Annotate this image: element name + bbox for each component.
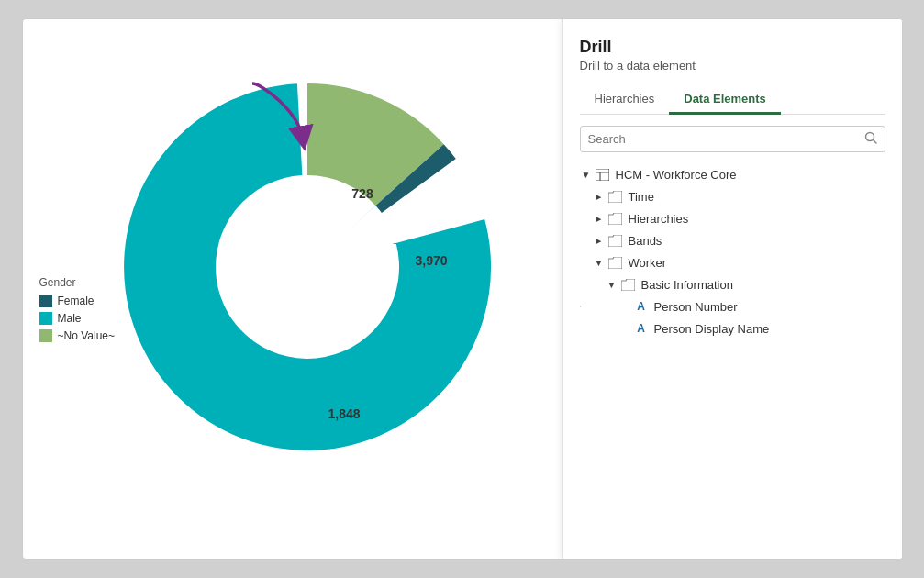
- label-728: 728: [351, 186, 373, 201]
- arrow-to-person-svg: [580, 297, 582, 316]
- tree-item-bands[interactable]: ► Bands: [580, 229, 885, 251]
- donut-svg: 728 3,970 1,848: [96, 56, 518, 478]
- tree-item-hierarchies[interactable]: ► Hierarchies: [580, 207, 885, 229]
- tree-item-worker[interactable]: ▼ Worker: [580, 251, 885, 273]
- legend-label-female: Female: [58, 295, 95, 307]
- tree-item-person-display[interactable]: ► A Person Display Name: [580, 317, 885, 339]
- tree-container: ▼ HCM - Workforce Core ► Time ►: [580, 163, 885, 475]
- drill-panel: Drill Drill to a data element Hierarchie…: [562, 19, 902, 560]
- label-3970: 3,970: [415, 253, 447, 268]
- text-icon-person-number: A: [633, 299, 650, 314]
- legend-swatch-novalue: [39, 329, 52, 342]
- arrow-right-time: ►: [593, 190, 606, 203]
- folder-icon-worker: [607, 255, 624, 270]
- arrow-down-basic-info: ▼: [606, 278, 618, 291]
- legend-swatch-male: [39, 312, 52, 325]
- search-input[interactable]: [588, 132, 864, 146]
- svg-rect-2: [596, 169, 609, 181]
- tree-label-hcm: HCM - Workforce Core: [616, 168, 737, 182]
- svg-line-1: [873, 140, 876, 144]
- donut-chart[interactable]: 728 3,970 1,848: [96, 56, 555, 515]
- tree-item-time[interactable]: ► Time: [580, 185, 885, 207]
- arrow-right-hierarchies: ►: [593, 212, 606, 225]
- folder-icon-bands: [607, 233, 624, 248]
- folder-icon-hierarchies: [607, 211, 624, 226]
- drill-subtitle: Drill to a data element: [580, 59, 885, 72]
- tree-item-person-number[interactable]: ► A Person Number: [580, 295, 885, 317]
- tab-hierarchies[interactable]: Hierarchies: [580, 85, 670, 115]
- search-icon: [864, 131, 877, 147]
- drill-tabs: Hierarchies Data Elements: [580, 85, 885, 115]
- text-icon-person-display: A: [633, 321, 650, 336]
- tree-label-person-display: Person Display Name: [654, 322, 770, 336]
- tab-data-elements[interactable]: Data Elements: [669, 85, 781, 115]
- search-box[interactable]: [580, 126, 885, 152]
- tree-label-hierarchies: Hierarchies: [629, 212, 689, 226]
- folder-icon-time: [607, 189, 624, 204]
- legend-label-male: Male: [58, 312, 82, 325]
- folder-icon-basic-info: [620, 277, 637, 292]
- arrow-right-bands: ►: [593, 234, 606, 247]
- tree-label-basic-info: Basic Information: [641, 278, 733, 292]
- arrow-down-hcm: ▼: [580, 168, 593, 181]
- legend-swatch-female: [39, 295, 52, 307]
- arrow-down-worker: ▼: [593, 256, 606, 269]
- tree-item-basic-info[interactable]: ▼ Basic Information: [580, 273, 885, 295]
- drill-title: Drill: [580, 38, 885, 57]
- tree-item-hcm[interactable]: ▼ HCM - Workforce Core: [580, 163, 885, 185]
- table-icon-hcm: [595, 167, 611, 182]
- label-1848: 1,848: [328, 406, 360, 421]
- tree-label-bands: Bands: [629, 234, 662, 248]
- tree-label-worker: Worker: [629, 256, 667, 270]
- tree-label-person-number: Person Number: [654, 300, 738, 314]
- tree-label-time: Time: [629, 190, 654, 204]
- main-container: Gender Female Male ~No Value~: [22, 18, 903, 560]
- chart-area: Gender Female Male ~No Value~: [23, 19, 592, 560]
